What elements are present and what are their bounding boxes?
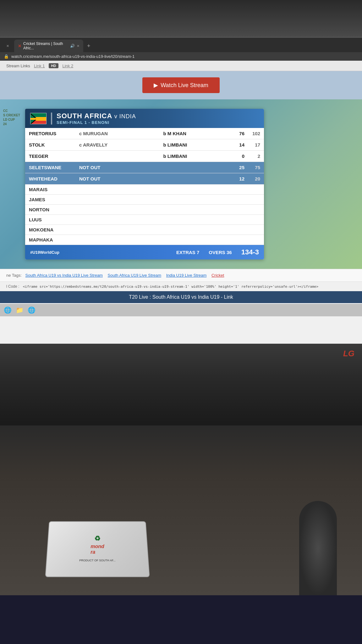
balls: 102 (248, 128, 264, 139)
bowler: b LIMBANI (159, 151, 233, 162)
player-name: SELETSWANE (25, 162, 75, 173)
scorecard-header: SOUTH AFRICA v INDIA SEMI-FINAL 1 - BENO… (25, 109, 264, 128)
table-row: MOKOENA (25, 225, 264, 235)
taskbar-icon-chrome[interactable]: 🌐 (26, 305, 36, 315)
empty-cell (75, 185, 264, 195)
dismissal: NOT OUT (75, 173, 159, 185)
dismissal: NOT OUT (75, 162, 159, 173)
player-name: MARAIS (25, 185, 75, 195)
lock-icon: 🔒 (4, 54, 9, 59)
hd-badge: HD (49, 63, 59, 68)
tag-link-cricket[interactable]: Cricket (211, 273, 224, 278)
tab-close-2[interactable]: ✕ (77, 44, 80, 48)
bowler: b LIMBANI (159, 139, 233, 151)
taskbar-icon-folder[interactable]: 📁 (14, 305, 25, 315)
stream-links-bar: Stream Links Link 1 HD Link 2 (0, 61, 362, 71)
add-tab-button[interactable]: + (85, 42, 93, 51)
balls: 20 (248, 173, 264, 185)
player-name: TEEGER (25, 151, 75, 162)
browser-chrome: ✕ ✕ Cricket Streams | South Afric... 🔊 ✕… (0, 38, 362, 61)
stream-links-label: Stream Links (6, 64, 30, 68)
monitor-bezel-bottom: LG (0, 344, 362, 425)
taskbar: 🌐 📁 🌐 (0, 303, 362, 316)
dismissal: c ARAVELLY (75, 139, 159, 151)
tab-1[interactable]: ✕ (3, 42, 13, 50)
extras-label: EXTRAS 7 (176, 250, 199, 255)
player-name: LUUS (25, 215, 75, 225)
icc-logo: CC S CRICKET LD CUP 24 (3, 109, 20, 126)
watch-live-icon: ▶ (154, 82, 158, 89)
player-name: WHITEHEAD (25, 173, 75, 185)
header-divider (51, 113, 52, 125)
tag-link-2[interactable]: South Africa U19 Live Stream (108, 273, 162, 278)
status-bar: T20 Live : South Africa U19 vs India U19… (0, 291, 362, 303)
monitor-stand (299, 501, 337, 595)
player-name: PRETORIUS (25, 128, 75, 139)
balls: 75 (248, 162, 264, 173)
icc-line-2: S CRICKET (3, 113, 20, 118)
desk-area: ♻ mondra PRODUCT OF SOUTH AF... (0, 425, 362, 595)
tab-close-1[interactable]: ✕ (6, 44, 9, 48)
runs: 12 (233, 173, 248, 185)
paper-item: ♻ mondra PRODUCT OF SOUTH AF... (45, 521, 150, 577)
icc-line-1: CC (3, 109, 20, 113)
stream-link-2[interactable]: Link 2 (62, 64, 73, 68)
tags-label: ne Tags: (6, 273, 22, 278)
match-subtitle: SEMI-FINAL 1 - BENONI (57, 120, 259, 125)
overs-label: OVERS 36 (209, 250, 232, 255)
table-row: TEEGER b LIMBANI 0 2 (25, 151, 264, 162)
table-row: SELETSWANE NOT OUT 25 75 (25, 162, 264, 173)
table-row: NORTON (25, 205, 264, 215)
scorecard-footer: #U19WorldCup EXTRAS 7 OVERS 36 134-3 (25, 245, 264, 259)
empty-cell (75, 195, 264, 205)
table-row: PRETORIUS c MURUGAN b M KHAN 76 102 (25, 128, 264, 139)
watch-live-label: Watch Live Stream (161, 82, 208, 89)
empty-cell (75, 205, 264, 215)
tab-2-label: Cricket Streams | South Afric... (23, 42, 68, 50)
watch-live-section: ▶ Watch Live Stream (0, 71, 362, 99)
empty-cell (75, 225, 264, 235)
scorecard-wrapper: CC S CRICKET LD CUP 24 (0, 99, 362, 269)
watch-live-button[interactable]: ▶ Watch Live Stream (142, 77, 219, 93)
bowler (159, 162, 233, 173)
taskbar-icon-ie[interactable]: 🌐 (3, 305, 13, 315)
stream-link-1[interactable]: Link 1 (34, 64, 45, 68)
tag-link-3[interactable]: India U19 Live Stream (166, 273, 207, 278)
table-row: MAPHAKA (25, 235, 264, 245)
empty-cell (75, 235, 264, 245)
runs: 76 (233, 128, 248, 139)
table-row: WHITEHEAD NOT OUT 12 20 (25, 173, 264, 185)
scorecard-table: PRETORIUS c MURUGAN b M KHAN 76 102 STOL… (25, 128, 264, 245)
tag-link-1[interactable]: South Africa U19 vs India U19 Live Strea… (25, 273, 103, 278)
total-score: 134-3 (241, 248, 259, 256)
team-name: SOUTH AFRICA (57, 112, 112, 120)
table-row: MARAIS (25, 185, 264, 195)
dismissal (75, 151, 159, 162)
brand-text: mondra (90, 544, 104, 555)
svg-rect-5 (30, 118, 47, 120)
tab-2-active[interactable]: ✕ Cricket Streams | South Afric... 🔊 ✕ (14, 40, 83, 52)
embed-section: l Code : <iframe src='https://embedstrea… (0, 281, 362, 291)
bowler (159, 173, 233, 185)
balls: 2 (248, 151, 264, 162)
table-row: LUUS (25, 215, 264, 225)
scorecard: SOUTH AFRICA v INDIA SEMI-FINAL 1 - BENO… (25, 109, 264, 259)
player-name: MOKOENA (25, 225, 75, 235)
player-name: MAPHAKA (25, 235, 75, 245)
runs: 25 (233, 162, 248, 173)
match-title: SOUTH AFRICA v INDIA (57, 112, 259, 120)
header-text: SOUTH AFRICA v INDIA SEMI-FINAL 1 - BENO… (57, 112, 259, 125)
bowler: b M KHAN (159, 128, 233, 139)
monitor-bezel-top (0, 0, 362, 38)
lg-logo: LG (343, 349, 354, 358)
table-row: STOLK c ARAVELLY b LIMBANI 14 17 (25, 139, 264, 151)
dismissal: c MURUGAN (75, 128, 159, 139)
recycling-logo: ♻ (94, 535, 101, 542)
embed-code-text: <iframe src='https://embedstreams.me/t20… (23, 285, 318, 289)
balls: 17 (248, 139, 264, 151)
embed-code-label: l Code : (6, 284, 19, 289)
vs-team: v INDIA (114, 113, 136, 119)
url-display[interactable]: watch.cricstream.me/south-africa-u19-vs-… (11, 54, 358, 59)
hashtag: #U19WorldCup (30, 250, 176, 255)
player-name: NORTON (25, 205, 75, 215)
